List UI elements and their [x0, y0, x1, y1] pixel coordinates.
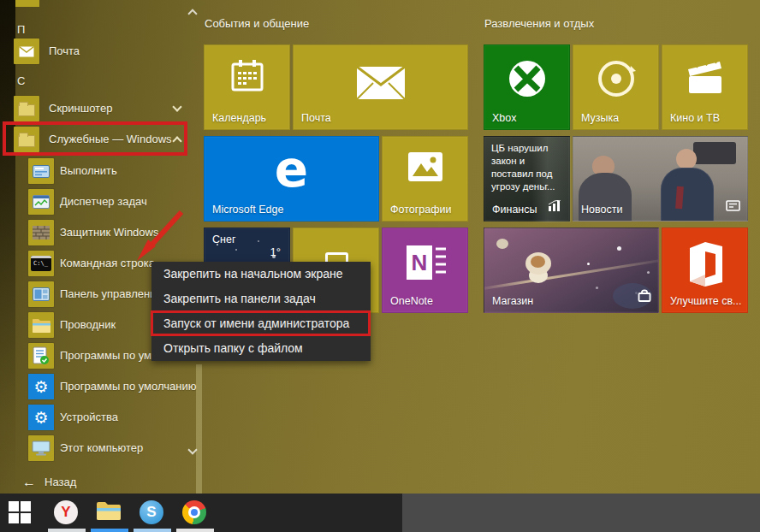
start-button[interactable]: [7, 499, 33, 525]
context-menu: Закрепить на начальном экране Закрепить …: [151, 262, 371, 361]
store-illustration-stars: [587, 263, 590, 265]
news-figure-suit: [661, 168, 714, 222]
section-letter-s[interactable]: С: [0, 68, 199, 94]
sidebar-item-devices[interactable]: ⚙ Устройства: [0, 405, 199, 430]
tile-onenote[interactable]: N OneNote: [382, 228, 468, 313]
sidebar-item-run[interactable]: Выполнить: [0, 158, 199, 184]
taskbar-skype[interactable]: S: [139, 499, 164, 525]
edge-logo-icon: e: [205, 144, 378, 195]
chevron-down-icon: [172, 102, 181, 111]
folder-icon: [14, 127, 39, 152]
sidebar-item-screenshoter[interactable]: Скриншотер: [0, 96, 199, 121]
office-logo-icon: [662, 240, 747, 288]
chevron-up-icon: [172, 136, 181, 145]
sidebar-item-default-programs-2[interactable]: ⚙ Программы по умолчанию: [0, 374, 199, 399]
taskbar-chrome[interactable]: [181, 499, 207, 525]
tile-group-title: События и общение: [205, 17, 309, 30]
sidebar-edge-highlight: [196, 364, 202, 494]
menu-item-open-file-location[interactable]: Открыть папку с файлом: [151, 336, 371, 361]
chrome-icon: [182, 500, 206, 524]
back-button[interactable]: ← Назад: [0, 470, 199, 495]
skype-icon: S: [140, 500, 163, 524]
news-figure-head: [676, 149, 697, 169]
tile-finance[interactable]: ЦБ нарушил закон и поставил под угрозу д…: [484, 136, 570, 222]
sidebar-item-task-manager[interactable]: Диспетчер задач: [0, 189, 199, 215]
yandex-browser-icon: Y: [54, 500, 78, 524]
file-explorer-icon: [96, 500, 122, 524]
chart-icon: [548, 199, 562, 215]
default-programs-icon: [28, 343, 54, 369]
open-window-indicator: [91, 529, 128, 532]
windows-logo-icon: [9, 501, 31, 523]
partial-app-icon: [15, 0, 39, 7]
computer-icon: [28, 435, 54, 461]
sidebar-item-mail[interactable]: Почта: [0, 38, 199, 64]
open-window-indicator: [134, 529, 171, 532]
run-icon: [28, 158, 54, 184]
music-icon: [573, 59, 658, 98]
onenote-icon: N: [383, 244, 467, 281]
open-window-indicator: [176, 529, 214, 532]
taskbar: Y S: [0, 494, 760, 532]
command-prompt-icon: C:\_: [28, 251, 54, 276]
tile-office-upsell[interactable]: Улучшите св...: [662, 228, 748, 313]
back-arrow-icon: ←: [22, 470, 36, 495]
news-icon: [726, 199, 740, 215]
tile-group-title: Развлечения и отдых: [484, 17, 594, 30]
gear-icon: ⚙: [28, 405, 54, 430]
explorer-folder-icon: [28, 312, 54, 338]
tile-news[interactable]: Новости: [573, 136, 748, 222]
control-panel-icon: [28, 281, 54, 307]
sidebar-item-this-pc[interactable]: Этот компьютер: [0, 435, 199, 461]
tile-microsoft-edge[interactable]: e Microsoft Edge: [204, 136, 379, 222]
menu-item-run-as-administrator[interactable]: Запуск от имени администратора: [151, 311, 371, 336]
store-illustration-rock: [496, 239, 508, 249]
mail-icon: [14, 38, 39, 64]
mail-icon: [294, 66, 467, 100]
store-illustration-cat-face: [531, 256, 545, 268]
task-manager-icon: [28, 189, 54, 215]
tile-mail[interactable]: Почта: [293, 44, 468, 130]
sidebar-item-windows-defender[interactable]: Защитник Windows: [0, 220, 199, 245]
tile-movies-tv[interactable]: Кино и ТВ: [662, 44, 748, 130]
xbox-icon: [484, 59, 569, 98]
sidebar-item-windows-system[interactable]: Служебные — Windows: [0, 127, 199, 152]
weather-city-label: Снег: [212, 233, 235, 245]
weather-temp: 1°: [270, 245, 281, 258]
photos-icon: [383, 151, 467, 183]
start-menu-screen: П Почта С Скриншотер Служебные — Windows…: [0, 0, 760, 532]
clapperboard-icon: [662, 59, 747, 95]
gear-icon: ⚙: [28, 374, 54, 399]
menu-item-pin-to-taskbar[interactable]: Закрепить на панели задач: [151, 287, 371, 311]
news-photo-bg-object: [693, 142, 736, 164]
open-window-indicator: [48, 529, 86, 532]
tile-xbox[interactable]: Xbox: [484, 44, 570, 130]
brick-wall-icon: [28, 220, 54, 245]
finance-headline: ЦБ нарушил закон и поставил под угрозу д…: [491, 142, 563, 193]
svg-text:N: N: [411, 250, 427, 275]
tile-store[interactable]: Магазин: [484, 228, 659, 313]
tile-music[interactable]: Музыка: [573, 44, 659, 130]
taskbar-yandex-browser[interactable]: Y: [53, 499, 79, 525]
folder-icon: [14, 96, 39, 121]
calendar-icon: [205, 59, 289, 93]
taskbar-file-explorer[interactable]: [96, 499, 122, 525]
store-bag-icon: [638, 289, 651, 306]
tile-calendar[interactable]: Календарь: [204, 44, 290, 130]
tile-photos[interactable]: Фотографии: [382, 136, 468, 222]
menu-item-pin-to-start[interactable]: Закрепить на начальном экране: [151, 262, 371, 287]
